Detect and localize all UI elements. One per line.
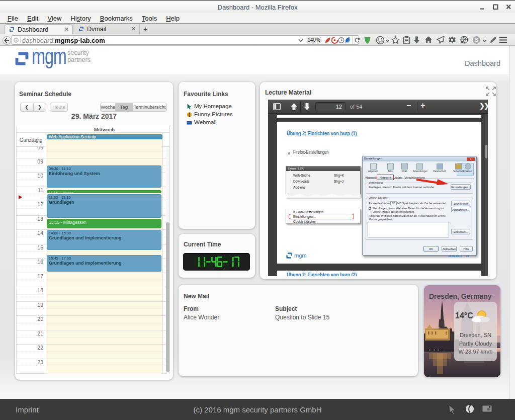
svg-text:S: S — [475, 37, 478, 43]
